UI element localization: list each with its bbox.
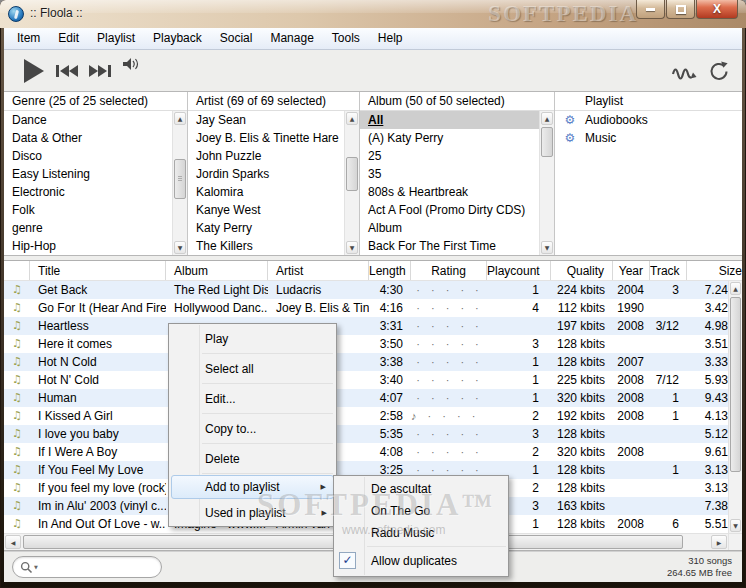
genre-item[interactable]: Electronic — [4, 183, 172, 201]
album-item[interactable]: All — [360, 111, 539, 129]
genre-item[interactable]: Easy Listening — [4, 165, 172, 183]
genre-item[interactable]: genre — [4, 219, 172, 237]
genre-item[interactable]: Disco — [4, 147, 172, 165]
refresh-button[interactable] — [708, 60, 730, 82]
column-header-album[interactable]: Album — [166, 261, 268, 280]
album-item[interactable]: 25 — [360, 147, 539, 165]
scroll-right-button[interactable]: ▶ — [711, 535, 727, 549]
menu-item-help[interactable]: Help — [369, 28, 412, 49]
menu-item-item[interactable]: Item — [8, 28, 49, 49]
column-header-size[interactable]: Size — [687, 261, 742, 280]
album-item[interactable]: Act A Fool (Promo Dirty CDS) — [360, 201, 539, 219]
context-menu-item[interactable]: Play — [169, 324, 336, 354]
play-button[interactable] — [20, 57, 46, 85]
column-header-quality[interactable]: Quality — [551, 261, 613, 280]
menu-item-playlist[interactable]: Playlist — [88, 28, 144, 49]
menu-item-social[interactable]: Social — [211, 28, 262, 49]
table-row[interactable]: ♫Hot N' Cold3:40· · · · ·1225 kbits20087… — [4, 371, 728, 389]
table-row[interactable]: ♫Heartless3:31· · · · ·197 kbits20083/12… — [4, 317, 728, 335]
artist-item[interactable]: Kanye West — [188, 201, 344, 219]
allow-duplicates-item[interactable]: ✓Allow duplicates — [334, 549, 508, 574]
submenu-item[interactable]: On The Go — [334, 500, 508, 522]
table-row[interactable]: ♫I Kissed A Girl2:58♪ · · · · ·2192 kbit… — [4, 407, 728, 425]
scroll-down-button[interactable]: ▼ — [346, 241, 358, 254]
playlist-item[interactable]: ⚙Music — [555, 129, 742, 147]
artist-item[interactable]: Katy Perry — [188, 219, 344, 237]
artist-item[interactable]: John Puzzle — [188, 147, 344, 165]
artist-item[interactable]: Jordin Sparks — [188, 165, 344, 183]
genre-item[interactable]: Data & Other — [4, 129, 172, 147]
search-input[interactable] — [38, 560, 154, 574]
genre-header[interactable]: Genre (25 of 25 selected) — [4, 92, 187, 111]
scroll-up-button[interactable]: ▲ — [346, 112, 358, 125]
album-item[interactable]: 808s & Heartbreak — [360, 183, 539, 201]
scroll-left-button[interactable]: ◀ — [5, 535, 21, 549]
album-item[interactable]: 35 — [360, 165, 539, 183]
table-scrollbar[interactable]: ▲ ▼ — [728, 281, 742, 533]
volume-button[interactable] — [121, 56, 139, 72]
context-menu-item[interactable]: Edit... — [169, 384, 336, 414]
artist-item[interactable]: Kalomira — [188, 183, 344, 201]
menu-item-edit[interactable]: Edit — [49, 28, 88, 49]
menu-item-playback[interactable]: Playback — [144, 28, 211, 49]
column-header-year[interactable]: Year — [613, 261, 650, 280]
context-menu-item[interactable]: Delete — [169, 444, 336, 474]
genre-item[interactable]: Dance — [4, 111, 172, 129]
playlist-item[interactable]: ⚙Audiobooks — [555, 111, 742, 129]
column-header-track[interactable]: Track — [650, 261, 687, 280]
context-menu-item[interactable]: Copy to... — [169, 414, 336, 444]
genre-item[interactable]: Folk — [4, 201, 172, 219]
scroll-down-button[interactable]: ▼ — [541, 241, 553, 254]
column-header-rating[interactable]: Rating — [411, 261, 487, 280]
checkbox-checked-icon[interactable]: ✓ — [339, 552, 356, 569]
album-item[interactable]: (A) Katy Perry — [360, 129, 539, 147]
menu-item-tools[interactable]: Tools — [323, 28, 369, 49]
album-header[interactable]: Album (50 of 50 selected) — [360, 92, 554, 111]
scrobble-wave-button[interactable] — [671, 60, 698, 82]
scroll-thumb[interactable] — [346, 157, 358, 191]
scroll-up-button[interactable]: ▲ — [730, 282, 741, 295]
artist-item[interactable]: Jay Sean — [188, 111, 344, 129]
album-item[interactable]: Album — [360, 219, 539, 237]
genre-scrollbar[interactable]: ▲ ▼ — [172, 111, 187, 255]
column-header-length[interactable]: Length — [369, 261, 411, 280]
artist-item[interactable]: Joey B. Elis & Tinette Hare — [188, 129, 344, 147]
title-bar[interactable]: :: Floola :: SOFTPEDIA X — [0, 0, 746, 28]
close-button[interactable]: X — [696, 0, 738, 19]
scroll-thumb[interactable] — [174, 159, 186, 199]
table-row[interactable]: ♫I love you baby5:35· · · · ·3128 kbits5… — [4, 425, 728, 443]
search-box[interactable]: ▼ — [12, 556, 162, 578]
artist-item[interactable]: The Killers — [188, 237, 344, 255]
scroll-up-button[interactable]: ▲ — [174, 112, 186, 125]
column-header-artist[interactable]: Artist — [268, 261, 369, 280]
menu-item-manage[interactable]: Manage — [261, 28, 322, 49]
scroll-down-button[interactable]: ▼ — [730, 519, 741, 532]
context-menu-item-submenu[interactable]: Add to playlist▶ — [171, 475, 334, 499]
column-header-playcount[interactable]: Playcount — [487, 261, 551, 280]
artist-scrollbar[interactable]: ▲ ▼ — [344, 111, 359, 255]
minimize-button[interactable] — [636, 0, 665, 19]
scroll-down-button[interactable]: ▼ — [174, 241, 186, 254]
artist-header[interactable]: Artist (69 of 69 selected) — [188, 92, 359, 111]
context-menu-item[interactable]: Select all — [169, 354, 336, 384]
playlist-header[interactable]: Playlist — [555, 92, 742, 111]
column-header-icon[interactable] — [4, 261, 30, 280]
album-scrollbar[interactable]: ▲ ▼ — [539, 111, 554, 255]
genre-item[interactable]: Hip-Hop — [4, 237, 172, 255]
album-item[interactable]: Back For The First Time — [360, 237, 539, 255]
table-row[interactable]: ♫Here it comes3:50· · · · ·3128 kbits3.5… — [4, 335, 728, 353]
scroll-thumb[interactable] — [541, 127, 553, 157]
next-track-button[interactable] — [88, 63, 112, 79]
table-row[interactable]: ♫If I Were A Boy4:08· · · · ·2320 kbits2… — [4, 443, 728, 461]
previous-track-button[interactable] — [55, 63, 79, 79]
scroll-up-button[interactable]: ▲ — [541, 112, 553, 125]
table-row[interactable]: ♫Hot N Cold3:38· · · · ·1128 kbits20073.… — [4, 353, 728, 371]
column-header-title[interactable]: Title — [30, 261, 166, 280]
submenu-item[interactable]: Radu Music — [334, 522, 508, 544]
maximize-button[interactable] — [666, 0, 695, 19]
table-row[interactable]: ♫Human4:07· · · · ·1320 kbits200819.43 — [4, 389, 728, 407]
submenu-item[interactable]: De ascultat — [334, 478, 508, 500]
table-row[interactable]: ♫Get BackThe Red Light Dis...Ludacris4:3… — [4, 281, 728, 299]
scroll-thumb[interactable] — [730, 297, 741, 472]
table-row[interactable]: ♫Go For It (Hear And Fire)Hollywood Danc… — [4, 299, 728, 317]
